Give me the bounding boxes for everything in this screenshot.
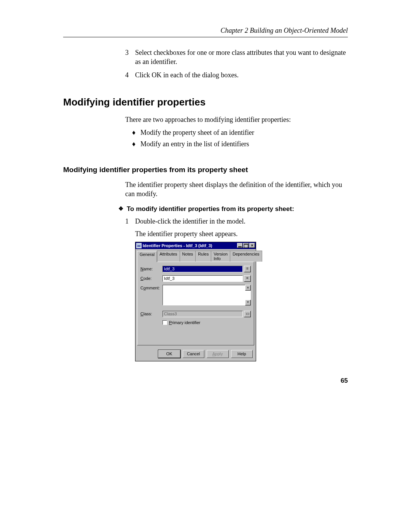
apply-button[interactable]: Apply — [207, 350, 229, 358]
primary-identifier-label: Primary identifier — [169, 320, 201, 325]
step-text: Click OK in each of the dialog boxes. — [135, 70, 348, 80]
section-heading: Modifying identifier properties — [63, 96, 348, 108]
step-text: Double-click the identifier in the model… — [135, 217, 348, 226]
name-label: Name: — [140, 266, 162, 271]
bullet-text: Modify the property sheet of an identifi… — [140, 128, 254, 137]
tab-general[interactable]: General — [137, 251, 157, 262]
class-input: Class3 — [162, 311, 243, 317]
ok-button[interactable]: OK — [158, 350, 180, 358]
tab-pane-general: Name: Idtf_3 = Code: Idtf_3 = Comment: ▲… — [137, 262, 254, 345]
tab-attributes[interactable]: Attributes — [157, 251, 180, 262]
minimize-button[interactable] — [237, 243, 243, 248]
diamond-icon: ♦ — [132, 139, 140, 149]
scroll-up-icon[interactable]: ▲ — [245, 285, 251, 291]
bullet-text: Modify an entry in the list of identifie… — [140, 139, 249, 149]
step-3: 3 Select checkboxes for one or more clas… — [125, 48, 348, 67]
step-number: 3 — [125, 48, 135, 67]
step-number: 1 — [125, 217, 135, 226]
diamond-icon: ♦ — [132, 128, 140, 137]
code-input[interactable]: Idtf_3 — [162, 275, 243, 282]
class-label: Class: — [140, 311, 162, 316]
code-label: Code: — [140, 275, 162, 281]
step-number: 4 — [125, 70, 135, 80]
tab-dependencies[interactable]: Dependencies — [230, 251, 262, 262]
cancel-button[interactable]: Cancel — [183, 350, 205, 358]
subsection-heading: Modifying identifier properties from its… — [63, 166, 348, 174]
procedure-result: The identifier property sheet appears. — [135, 230, 348, 238]
class-properties-button[interactable]: ▭ — [244, 311, 251, 317]
subsection-paragraph: The identifier property sheet displays t… — [125, 180, 348, 199]
step-text: Select checkboxes for one or more class … — [135, 48, 348, 67]
comment-textarea[interactable]: ▲ ▼ — [162, 285, 251, 305]
name-equals-button[interactable]: = — [244, 266, 251, 272]
name-input[interactable]: Idtf_3 — [162, 266, 243, 272]
page-number: 65 — [341, 377, 348, 385]
titlebar[interactable]: Identifier Properties - Idtf_3 (Idtf_3) … — [135, 242, 256, 249]
procedure-step-1: 1 Double-click the identifier in the mod… — [125, 217, 348, 226]
bullet-item: ♦ Modify an entry in the list of identif… — [132, 139, 348, 149]
close-button[interactable]: × — [249, 243, 255, 248]
intro-paragraph: There are two approaches to modifying id… — [125, 115, 348, 124]
primary-identifier-checkbox[interactable] — [162, 320, 167, 325]
window-title: Identifier Properties - Idtf_3 (Idtf_3) — [143, 243, 237, 248]
running-head: Chapter 2 Building an Object-Oriented Mo… — [63, 27, 348, 37]
clover-icon: ❖ — [118, 205, 127, 213]
dialog-button-row: OK Cancel Apply Help — [135, 348, 256, 361]
step-4: 4 Click OK in each of the dialog boxes. — [125, 70, 348, 80]
window-icon — [136, 243, 142, 248]
identifier-properties-dialog: Identifier Properties - Idtf_3 (Idtf_3) … — [135, 242, 256, 361]
tab-rules[interactable]: Rules — [195, 251, 211, 262]
bullet-item: ♦ Modify the property sheet of an identi… — [132, 128, 348, 137]
scroll-down-icon[interactable]: ▼ — [245, 300, 251, 305]
tab-strip: General Attributes Notes Rules Version I… — [135, 249, 256, 262]
procedure-title: To modify identifier properties from its… — [127, 205, 294, 213]
tab-notes[interactable]: Notes — [180, 251, 196, 262]
tab-version-info[interactable]: Version Info — [211, 251, 230, 262]
code-link-button[interactable]: = — [244, 275, 251, 282]
maximize-button[interactable] — [243, 243, 249, 248]
help-button[interactable]: Help — [231, 350, 253, 358]
procedure-heading: ❖ To modify identifier properties from i… — [118, 205, 348, 213]
comment-label: Comment: — [140, 285, 162, 290]
